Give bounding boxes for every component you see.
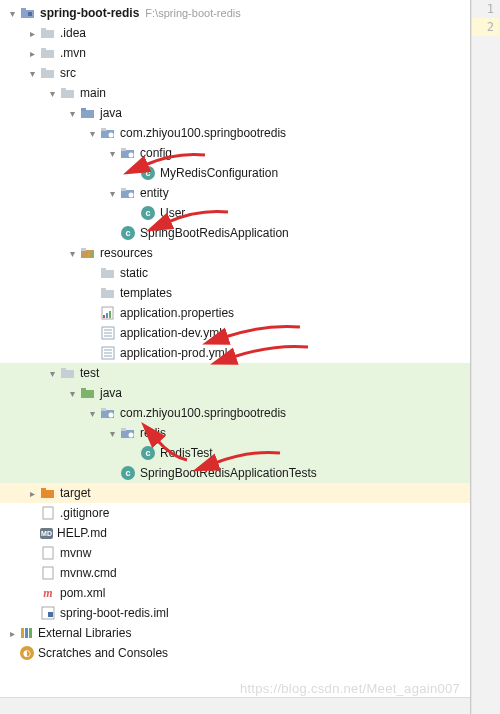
svg-rect-5 <box>41 50 54 58</box>
tree-row[interactable]: spring-boot-redis.iml <box>0 603 470 623</box>
tree-row-root[interactable]: ▾ spring-boot-redis F:\spring-boot-redis <box>0 3 470 23</box>
svg-rect-54 <box>43 507 53 519</box>
chevron-down-icon[interactable]: ▾ <box>104 145 120 161</box>
svg-rect-45 <box>81 388 86 391</box>
tree-row[interactable]: c User <box>0 203 470 223</box>
tree-row[interactable]: mvnw.cmd <box>0 563 470 583</box>
tree-row[interactable]: static <box>0 263 470 283</box>
tree-row[interactable]: ▸ .idea <box>0 23 470 43</box>
resources-folder-icon <box>80 245 96 261</box>
chevron-down-icon[interactable]: ▾ <box>84 125 100 141</box>
tree-row[interactable]: m pom.xml <box>0 583 470 603</box>
tree-row[interactable]: ▾ java <box>0 383 470 403</box>
svg-rect-56 <box>43 567 53 579</box>
watermark: https://blog.csdn.net/Meet_again007 <box>240 681 460 696</box>
folder-icon <box>100 265 116 281</box>
yml-file-icon <box>100 345 116 361</box>
tree-row[interactable]: ▸ .mvn <box>0 43 470 63</box>
svg-rect-61 <box>29 628 32 638</box>
tree-row[interactable]: ▾ com.zhiyou100.springbootredis <box>0 123 470 143</box>
chevron-down-icon[interactable]: ▾ <box>64 245 80 261</box>
tree-row[interactable]: c RedisTest <box>0 443 470 463</box>
chevron-down-icon[interactable]: ▾ <box>24 65 40 81</box>
svg-rect-2 <box>28 12 32 16</box>
tree-row[interactable]: c SpringBootRedisApplicationTests <box>0 463 470 483</box>
project-tree[interactable]: ▾ spring-boot-redis F:\spring-boot-redis… <box>0 0 470 663</box>
tree-row[interactable]: application-prod.yml <box>0 343 470 363</box>
chevron-down-icon[interactable]: ▾ <box>4 5 20 21</box>
line-number: 1 <box>472 0 500 18</box>
svg-rect-42 <box>61 370 74 378</box>
tree-row-external-libs[interactable]: ▸ External Libraries <box>0 623 470 643</box>
class-icon: c <box>141 206 155 220</box>
svg-rect-20 <box>121 188 126 191</box>
svg-point-21 <box>129 193 134 198</box>
excluded-folder-icon <box>40 485 56 501</box>
chevron-right-icon[interactable]: ▸ <box>24 25 40 41</box>
svg-rect-55 <box>43 547 53 559</box>
chevron-right-icon[interactable]: ▸ <box>4 625 20 641</box>
svg-rect-14 <box>101 128 106 131</box>
chevron-down-icon[interactable]: ▾ <box>44 85 60 101</box>
tree-row[interactable]: ▾ main <box>0 83 470 103</box>
svg-rect-9 <box>61 90 74 98</box>
tree-row[interactable]: .gitignore <box>0 503 470 523</box>
tree-row[interactable]: ▾ redis <box>0 423 470 443</box>
svg-rect-50 <box>121 428 126 431</box>
svg-rect-47 <box>101 408 106 411</box>
chevron-down-icon[interactable]: ▾ <box>44 365 60 381</box>
editor-gutter: 1 2 <box>471 0 500 714</box>
svg-rect-24 <box>88 253 90 257</box>
svg-rect-58 <box>48 612 53 617</box>
tree-row[interactable]: ▾ config <box>0 143 470 163</box>
libraries-icon <box>20 625 34 641</box>
svg-rect-4 <box>41 28 46 31</box>
svg-rect-32 <box>106 313 108 318</box>
chevron-down-icon[interactable]: ▾ <box>84 405 100 421</box>
tree-row[interactable]: ▾ resources <box>0 243 470 263</box>
svg-rect-60 <box>25 628 28 638</box>
tree-row[interactable]: application.properties <box>0 303 470 323</box>
tree-row[interactable]: ▾ src <box>0 63 470 83</box>
tree-row[interactable]: ▾ com.zhiyou100.springbootredis <box>0 403 470 423</box>
file-icon <box>40 545 56 561</box>
svg-rect-44 <box>81 390 94 398</box>
tree-row[interactable]: ▾ test <box>0 363 470 383</box>
folder-icon <box>40 65 56 81</box>
svg-point-51 <box>129 433 134 438</box>
svg-rect-33 <box>109 311 111 318</box>
tree-row[interactable]: c SpringBootRedisApplication <box>0 223 470 243</box>
svg-rect-0 <box>21 10 34 18</box>
tree-row[interactable]: MD HELP.md <box>0 523 470 543</box>
tree-row[interactable]: ▸ target <box>0 483 470 503</box>
horizontal-scrollbar[interactable] <box>0 697 470 714</box>
svg-rect-7 <box>41 70 54 78</box>
svg-rect-26 <box>101 270 114 278</box>
chevron-down-icon[interactable]: ▾ <box>64 385 80 401</box>
svg-rect-3 <box>41 30 54 38</box>
svg-rect-43 <box>61 368 66 371</box>
chevron-down-icon[interactable]: ▾ <box>104 185 120 201</box>
tree-row[interactable]: ▾ entity <box>0 183 470 203</box>
iml-file-icon <box>40 605 56 621</box>
tree-row[interactable]: application-dev.yml <box>0 323 470 343</box>
svg-rect-29 <box>101 288 106 291</box>
chevron-down-icon[interactable]: ▾ <box>104 425 120 441</box>
class-icon: c <box>141 446 155 460</box>
package-icon <box>120 425 136 441</box>
svg-point-18 <box>129 153 134 158</box>
folder-icon <box>40 25 56 41</box>
test-folder-icon <box>80 385 96 401</box>
root-path: F:\spring-boot-redis <box>145 7 240 19</box>
chevron-right-icon[interactable]: ▸ <box>24 485 40 501</box>
chevron-down-icon[interactable]: ▾ <box>64 105 80 121</box>
class-icon: c <box>121 226 135 240</box>
tree-row[interactable]: mvnw <box>0 543 470 563</box>
svg-rect-17 <box>121 148 126 151</box>
tree-row-scratches[interactable]: ◐ Scratches and Consoles <box>0 643 470 663</box>
svg-rect-8 <box>41 68 46 71</box>
tree-row[interactable]: c MyRedisConfiguration <box>0 163 470 183</box>
tree-row[interactable]: templates <box>0 283 470 303</box>
chevron-right-icon[interactable]: ▸ <box>24 45 40 61</box>
tree-row[interactable]: ▾ java <box>0 103 470 123</box>
